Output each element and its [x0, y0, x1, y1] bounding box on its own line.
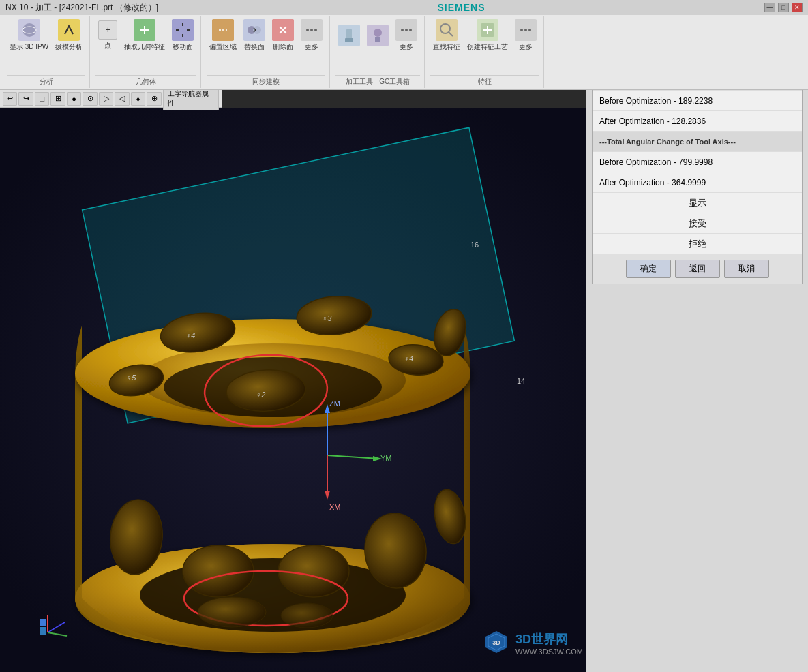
svg-point-0 [23, 23, 36, 37]
toolbar-btn-offset[interactable]: 偏置区域 [207, 18, 239, 53]
toolbar-label-deleteface: 删除面 [273, 42, 293, 52]
toolbar-label-point: 点 [104, 41, 111, 50]
app-title: NX 10 - 加工 - [242021-FL.prt （修改的）] [5, 2, 158, 14]
toolbar-machining-row: 更多 [335, 18, 420, 53]
section-angular-change: ---Total Angular Change of Tool Axis--- [593, 132, 802, 152]
toolbar-btn-more1[interactable]: 更多 [298, 18, 325, 53]
svg-text:14: 14 [517, 377, 525, 385]
svg-rect-15 [375, 37, 380, 42]
title-bar: NX 10 - 加工 - [242021-FL.prt （修改的）] SIEME… [0, 0, 808, 15]
cancel-btn[interactable]: 取消 [724, 260, 769, 278]
toolbar-label-3dipw: 显示 3D IPW [10, 42, 48, 52]
viewport[interactable]: ZM YM XM ♀4 ♀3 ♀2 ♀5 ♀4 16 14 [0, 108, 586, 672]
before-opt-angular[interactable]: Before Optimization - 799.9998 [593, 152, 802, 172]
svg-line-20 [449, 32, 453, 36]
svg-point-23 [524, 29, 527, 31]
confirm-btn[interactable]: 确定 [626, 260, 671, 278]
minimize-btn[interactable]: — [764, 3, 775, 12]
svg-point-42 [183, 545, 254, 597]
sub-btn-3[interactable]: □ [35, 92, 49, 106]
undo-btn[interactable]: ↩ [3, 92, 17, 106]
sub-btn-5[interactable]: ● [67, 92, 81, 106]
after-opt-angular[interactable]: After Optimization - 364.9999 [593, 172, 802, 193]
svg-rect-4 [177, 26, 188, 34]
toolbar-btn-3dipw[interactable]: 显示 3D IPW [7, 18, 51, 53]
svg-point-11 [314, 29, 317, 31]
svg-text:♀4: ♀4 [404, 354, 413, 363]
toolbar-btn-tool2[interactable] [364, 18, 391, 53]
toolbar-geometry-row: + 点 抽取几何特征 移动面 [95, 18, 196, 53]
svg-point-22 [520, 29, 523, 31]
svg-text:♀2: ♀2 [256, 391, 265, 399]
toolbar-btn-createfeature[interactable]: 创建特征工艺 [464, 18, 511, 53]
svg-point-24 [528, 29, 531, 31]
sub-btn-10[interactable]: ⊕ [147, 92, 161, 106]
toolbar-group-syncmodel: 偏置区域 替换面 删除 [203, 16, 330, 88]
toolbar-btn-more2[interactable]: 更多 [393, 18, 420, 53]
toolbar-grouplabel-geometry: 几何体 [95, 75, 196, 87]
reject-btn-row[interactable]: 拒绝 [593, 234, 802, 254]
svg-text:16: 16 [470, 241, 479, 249]
svg-rect-68 [40, 627, 46, 635]
toolbar-btn-tool1[interactable] [335, 18, 363, 53]
svg-text:ZM: ZM [329, 399, 340, 408]
sub-btn-7[interactable]: ▷ [99, 92, 113, 106]
toolbar-group-features: 直找特征 创建特征工艺 [426, 16, 544, 88]
sub-btn-4[interactable]: ⊞ [50, 92, 65, 106]
accept-btn-row[interactable]: 接受 [593, 213, 802, 234]
siemens-logo: SIEMENS [438, 2, 485, 13]
toolbar-btn-deleteface[interactable]: 删除面 [269, 18, 297, 53]
toolbar-btn-replaceface[interactable]: 替换面 [241, 18, 268, 53]
toolbar-label-more1: 更多 [305, 42, 318, 52]
maximize-btn[interactable]: □ [778, 3, 789, 12]
svg-text:3D: 3D [492, 639, 500, 646]
navigator-props[interactable]: 工字导航器属性 [163, 87, 219, 110]
toolbar-btn-moveface[interactable]: 移动面 [169, 18, 196, 53]
svg-point-43 [278, 545, 349, 597]
back-btn[interactable]: 返回 [675, 260, 720, 278]
toolbar-btn-more3[interactable]: 更多 [512, 18, 539, 53]
toolbar-group-geometry: + 点 抽取几何特征 移动面 [91, 16, 201, 88]
toolbar-label-more2: 更多 [400, 42, 413, 52]
toolbar-label-draft: 拔模分析 [55, 42, 83, 52]
svg-rect-69 [40, 619, 46, 626]
svg-point-10 [310, 29, 313, 31]
toolbar-btn-point[interactable]: + 点 [95, 18, 120, 53]
close-btn[interactable]: ✕ [792, 3, 803, 12]
show-btn-row[interactable]: 显示 [593, 193, 802, 213]
toolbar-features-row: 直找特征 创建特征工艺 [430, 18, 539, 53]
svg-point-7 [253, 26, 261, 34]
toolbar-btn-extract[interactable]: 抽取几何特征 [121, 18, 168, 53]
toolbar-label-replaceface: 替换面 [244, 42, 265, 52]
toolbar-grouplabel-features: 特征 [430, 75, 539, 87]
svg-point-16 [401, 29, 404, 31]
toolbar: 显示 3D IPW 拔模分析 分析 + 点 [0, 15, 808, 90]
after-opt-length[interactable]: After Optimization - 128.2836 [593, 111, 802, 132]
watermark-text-container: 3D世界网 WWW.3DSJW.COM [515, 631, 583, 656]
svg-text:♀5: ♀5 [126, 373, 136, 382]
toolbar-label-extract: 抽取几何特征 [124, 42, 165, 52]
toolbar-btn-findfeature[interactable]: 直找特征 [430, 18, 463, 53]
svg-text:♀3: ♀3 [322, 314, 332, 322]
toolbar-label-findfeature: 直找特征 [433, 42, 460, 52]
before-opt-length[interactable]: Before Optimization - 189.2238 [593, 91, 802, 111]
toolbar-label-offset: 偏置区域 [209, 42, 237, 52]
svg-rect-13 [345, 38, 353, 42]
toolbar-syncmodel-row1: 偏置区域 替换面 删除 [207, 18, 325, 53]
redo-btn[interactable]: ↪ [18, 92, 33, 106]
toolbar-btn-draft[interactable]: 拔模分析 [53, 18, 85, 53]
watermark-icon: 3D [481, 628, 511, 658]
watermark-url: WWW.3DSJW.COM [515, 647, 583, 656]
toolbar-analysis-row: 显示 3D IPW 拔模分析 [7, 18, 85, 53]
toolbar-label-createfeature: 创建特征工艺 [467, 42, 508, 52]
sub-btn-9[interactable]: ♦ [131, 92, 145, 106]
sub-btn-6[interactable]: ⊙ [83, 92, 97, 106]
svg-point-18 [409, 29, 412, 31]
toolbar-group-machining: 更多 加工工具 - GC工具箱 [331, 16, 425, 88]
svg-text:YM: YM [380, 454, 392, 462]
toolbar-grouplabel-analysis: 分析 [7, 75, 85, 87]
svg-point-17 [405, 29, 408, 31]
svg-point-33 [140, 558, 406, 632]
toolbar-label-moveface: 移动面 [173, 42, 193, 52]
sub-btn-8[interactable]: ◁ [115, 92, 129, 106]
